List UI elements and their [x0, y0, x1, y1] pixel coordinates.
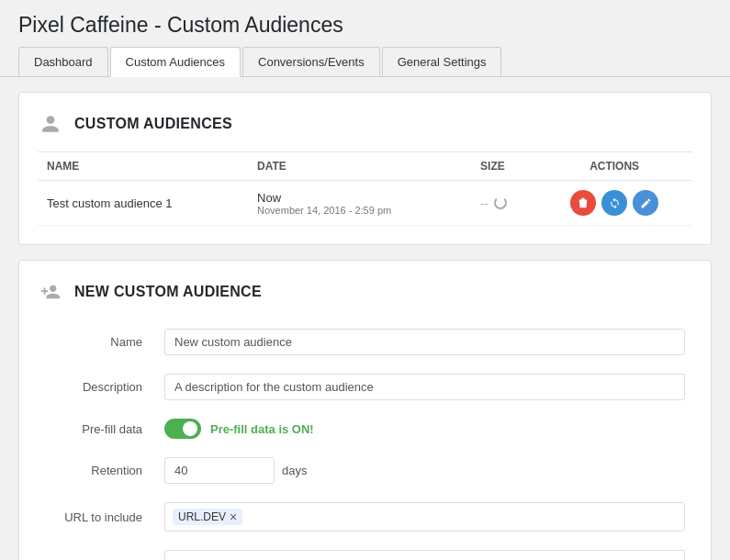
prefill-status-label: Pre-fill data is ON!	[210, 422, 314, 436]
row-name: Test custom audience 1	[38, 181, 248, 226]
delete-button[interactable]	[570, 190, 596, 216]
description-input[interactable]	[164, 374, 685, 400]
field-row-retention: Retention days	[38, 448, 692, 493]
url-tag-value: URL.DEV	[178, 510, 226, 523]
name-label: Name	[38, 319, 157, 364]
add-person-icon	[38, 279, 63, 305]
audiences-heading: CUSTOM AUDIENCES	[74, 116, 232, 132]
name-input[interactable]	[164, 329, 685, 355]
url-exclude-field-cell	[157, 541, 692, 560]
description-field-cell	[157, 364, 692, 409]
name-field-cell	[157, 319, 692, 364]
url-tag: URL.DEV ×	[173, 509, 242, 525]
tab-conversions-events[interactable]: Conversions/Events	[242, 47, 380, 76]
url-exclude-label: URL to exclude	[38, 541, 157, 560]
sync-button[interactable]	[601, 190, 627, 216]
retention-container: days	[164, 457, 685, 484]
row-actions	[536, 181, 692, 226]
col-size: SIZE	[471, 152, 536, 181]
refresh-icon[interactable]	[494, 196, 507, 209]
new-audience-form: Name Description Pre-fill data	[38, 319, 692, 560]
date-main: Now	[257, 191, 462, 205]
prefill-label: Pre-fill data	[38, 409, 157, 448]
tab-custom-audiences[interactable]: Custom Audiences	[110, 47, 241, 77]
retention-unit: days	[282, 464, 307, 477]
row-date: Now November 14, 2016 - 2:59 pm	[248, 181, 471, 226]
card-header-audiences: CUSTOM AUDIENCES	[38, 111, 692, 137]
prefill-field-cell: Pre-fill data is ON!	[157, 409, 692, 448]
field-row-prefill: Pre-fill data Pre-fill data is ON!	[38, 409, 692, 448]
audiences-table: NAME DATE SIZE ACTIONS Test custom audie…	[38, 151, 692, 226]
retention-input[interactable]	[164, 457, 275, 484]
table-row: Test custom audience 1 Now November 14, …	[38, 181, 692, 226]
retention-label: Retention	[38, 448, 157, 493]
size-value: --	[480, 196, 489, 210]
tab-general-settings[interactable]: General Settings	[382, 47, 502, 76]
col-name: NAME	[38, 152, 248, 181]
url-include-field-cell: URL.DEV ×	[157, 493, 692, 541]
field-row-description: Description	[38, 364, 692, 409]
person-icon	[38, 111, 63, 137]
date-sub: November 14, 2016 - 2:59 pm	[257, 205, 462, 216]
url-exclude-input[interactable]	[164, 550, 685, 560]
url-include-input[interactable]: URL.DEV ×	[164, 502, 685, 532]
custom-audiences-card: CUSTOM AUDIENCES NAME DATE SIZE ACTIONS …	[18, 92, 712, 245]
edit-button[interactable]	[633, 190, 658, 216]
toggle-slider	[164, 419, 201, 439]
url-include-label: URL to include	[38, 493, 157, 541]
page-title: Pixel Caffeine - Custom Audiences	[0, 0, 730, 47]
toggle-container: Pre-fill data is ON!	[164, 419, 685, 439]
description-label: Description	[38, 364, 157, 409]
new-audience-heading: NEW CUSTOM AUDIENCE	[74, 284, 262, 300]
field-row-name: Name	[38, 319, 692, 364]
tab-dashboard[interactable]: Dashboard	[18, 47, 108, 76]
field-row-url-exclude: URL to exclude	[38, 541, 692, 560]
new-audience-card: NEW CUSTOM AUDIENCE Name Description	[18, 260, 712, 560]
prefill-toggle[interactable]	[164, 419, 201, 439]
field-row-url-include: URL to include URL.DEV ×	[38, 493, 692, 541]
url-tag-remove[interactable]: ×	[230, 510, 237, 523]
col-date: DATE	[248, 152, 471, 181]
row-size: --	[471, 181, 536, 226]
retention-field-cell: days	[157, 448, 692, 493]
card-header-new: NEW CUSTOM AUDIENCE	[38, 279, 692, 305]
col-actions: ACTIONS	[536, 152, 692, 181]
nav-tabs: Dashboard Custom Audiences Conversions/E…	[0, 47, 730, 77]
content-area: CUSTOM AUDIENCES NAME DATE SIZE ACTIONS …	[0, 92, 730, 560]
